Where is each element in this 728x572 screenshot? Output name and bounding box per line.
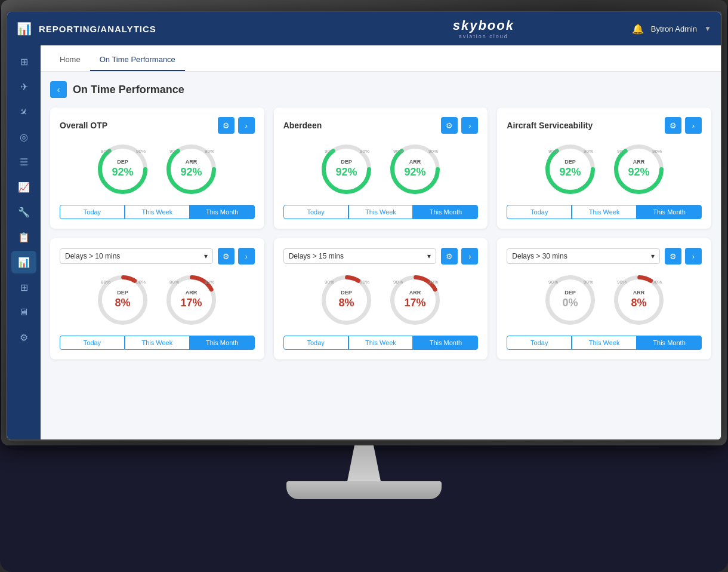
card-aberdeen: Aberdeen ⚙ › [274, 107, 488, 229]
gauges-row-overall-otp: DEP 92% 90% 90% [60, 141, 255, 198]
svg-text:17%: 17% [404, 297, 425, 309]
card-gear-delays-10[interactable]: ⚙ [218, 248, 235, 265]
svg-text:92%: 92% [181, 166, 202, 178]
card-arrow-aberdeen[interactable]: › [461, 117, 478, 134]
time-btn-today-delays30[interactable]: Today [507, 336, 572, 350]
time-btn-week-delays15[interactable]: This Week [348, 336, 414, 350]
time-btn-week-serviceability[interactable]: This Week [572, 205, 637, 219]
card-header-aberdeen: Aberdeen ⚙ › [283, 117, 479, 134]
svg-text:90%: 90% [428, 149, 438, 154]
card-arrow-delays-10[interactable]: › [238, 248, 255, 265]
arr-gauge-delays-10: ARR 17% 88% 88% [163, 272, 220, 328]
app-header: 📊 REPORTING/ANALYTICS skybook aviation c… [7, 12, 721, 45]
time-btn-month-serviceability[interactable]: This Month [637, 205, 702, 219]
time-btn-week-delays10[interactable]: This Week [125, 336, 190, 350]
sidebar-item-grid2[interactable]: ⊞ [11, 276, 36, 299]
time-btn-today-aberdeen[interactable]: Today [283, 205, 348, 219]
card-arrow-serviceability[interactable]: › [685, 117, 702, 134]
gauges-row-serviceability: DEP 92% 90% 90% [507, 141, 702, 198]
card-title-aberdeen: Aberdeen [283, 121, 322, 130]
sidebar-item-list[interactable]: ☰ [11, 150, 36, 173]
dep-circle-aberdeen: DEP 92% 90% 90% [318, 141, 375, 198]
sidebar-item-analytics[interactable]: 📊 [11, 251, 36, 273]
svg-text:90%: 90% [136, 149, 146, 154]
svg-text:DEP: DEP [564, 159, 576, 165]
back-button[interactable]: ‹ [50, 81, 67, 98]
card-actions-delays-30: ⚙ › [665, 248, 702, 265]
card-arrow-delays-30[interactable]: › [685, 248, 702, 265]
card-header-delays-15: Delays > 15 mins ▾ ⚙ › [283, 248, 479, 265]
time-btn-month-otp[interactable]: This Month [190, 205, 255, 219]
svg-text:ARR: ARR [409, 159, 421, 165]
tab-home[interactable]: Home [50, 49, 90, 71]
time-btn-month-delays30[interactable]: This Month [637, 336, 702, 350]
tabs-bar: Home On Time Performance [41, 45, 721, 72]
user-name: Bytron Admin [651, 24, 697, 33]
card-delays-15: Delays > 15 mins ▾ ⚙ › [274, 238, 488, 359]
card-header-overall-otp: Overall OTP ⚙ › [60, 117, 255, 134]
card-gear-overall-otp[interactable]: ⚙ [218, 117, 235, 134]
card-gear-delays-30[interactable]: ⚙ [665, 248, 681, 265]
svg-text:90%: 90% [101, 149, 110, 154]
time-btn-today-serviceability[interactable]: Today [507, 205, 572, 219]
svg-text:8%: 8% [115, 297, 131, 309]
dep-gauge-aberdeen: DEP 92% 90% 90% [318, 141, 375, 198]
time-btn-today-otp[interactable]: Today [60, 205, 125, 219]
card-gear-serviceability[interactable]: ⚙ [665, 117, 681, 134]
sidebar-item-clipboard[interactable]: 📋 [11, 226, 36, 248]
tab-otp[interactable]: On Time Performance [90, 49, 185, 71]
time-btn-month-aberdeen[interactable]: This Month [413, 205, 478, 219]
svg-text:ARR: ARR [409, 290, 421, 296]
dropdown-label-delays-30: Delays > 30 mins [512, 252, 567, 260]
time-btn-today-delays15[interactable]: Today [283, 336, 348, 350]
card-arrow-delays-15[interactable]: › [461, 248, 478, 265]
svg-text:90%: 90% [584, 279, 593, 285]
time-btn-month-delays10[interactable]: This Month [190, 336, 255, 350]
sidebar-item-flights2[interactable]: ✈ [7, 95, 41, 129]
svg-text:90%: 90% [169, 149, 179, 154]
card-title-overall-otp: Overall OTP [60, 121, 107, 130]
user-menu-chevron[interactable]: ▼ [704, 24, 711, 33]
time-btn-week-delays30[interactable]: This Week [572, 336, 637, 350]
card-arrow-overall-otp[interactable]: › [238, 117, 255, 134]
dep-gauge-delays-30: DEP 0% 90% 90% [542, 272, 599, 328]
svg-text:ARR: ARR [186, 290, 198, 296]
dropdown-delays-15[interactable]: Delays > 15 mins ▾ [283, 248, 437, 264]
svg-text:92%: 92% [628, 166, 649, 178]
content-area: Home On Time Performance ‹ On Time Perfo… [41, 45, 721, 439]
card-actions-overall-otp: ⚙ › [218, 117, 255, 134]
sidebar-item-flights[interactable]: ✈ [11, 75, 36, 98]
bell-icon[interactable]: 🔔 [632, 23, 644, 35]
card-gear-aberdeen[interactable]: ⚙ [441, 117, 458, 134]
svg-text:ARR: ARR [186, 159, 198, 165]
dropdown-delays-30[interactable]: Delays > 30 mins ▾ [507, 248, 660, 264]
svg-text:90%: 90% [584, 149, 593, 154]
sidebar-item-grid[interactable]: ⊞ [11, 50, 36, 73]
svg-text:88%: 88% [136, 279, 146, 285]
sidebar-item-monitor[interactable]: 🖥 [11, 301, 36, 324]
svg-text:DEP: DEP [118, 290, 129, 296]
dropdown-delays-10[interactable]: Delays > 10 mins ▾ [60, 248, 213, 264]
sidebar-item-target[interactable]: ◎ [11, 125, 36, 148]
sidebar-item-chart[interactable]: 📈 [11, 176, 36, 198]
arr-gauge-delays-30: ARR 8% 90% 90% [610, 272, 667, 328]
time-btn-today-delays10[interactable]: Today [60, 336, 125, 350]
monitor-stand [0, 445, 728, 499]
sidebar-item-settings[interactable]: ⚙ [11, 326, 36, 349]
dropdown-chevron-delays-15: ▾ [427, 252, 431, 260]
svg-text:90%: 90% [205, 149, 214, 154]
time-btns-delays-30: Today This Week This Month [507, 336, 702, 350]
dropdown-label-delays-10: Delays > 10 mins [65, 252, 120, 260]
sidebar-item-truck[interactable]: 🔧 [11, 201, 36, 223]
svg-text:90%: 90% [393, 279, 403, 285]
svg-text:88%: 88% [101, 279, 110, 285]
arr-circle-serviceability: ARR 92% 90% 90% [610, 141, 667, 198]
svg-text:DEP: DEP [564, 290, 576, 296]
time-btn-month-delays15[interactable]: This Month [413, 336, 478, 350]
time-btn-week-aberdeen[interactable]: This Week [348, 205, 414, 219]
dep-circle-delays-10: DEP 8% 88% 88% [94, 272, 151, 328]
time-btn-week-otp[interactable]: This Week [125, 205, 190, 219]
svg-text:DEP: DEP [341, 290, 352, 296]
time-btns-delays-15: Today This Week This Month [283, 336, 479, 350]
card-gear-delays-15[interactable]: ⚙ [441, 248, 458, 265]
